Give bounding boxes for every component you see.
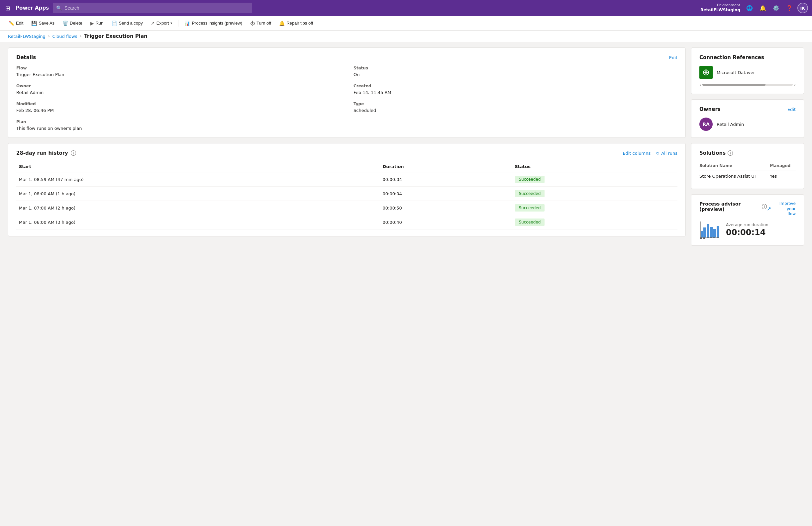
- scroll-right-arrow[interactable]: ›: [794, 82, 796, 87]
- solution-managed: Yes: [770, 170, 796, 182]
- export-icon: ↗: [151, 20, 155, 26]
- send-copy-icon: 📄: [112, 20, 117, 26]
- waffle-icon[interactable]: ⊞: [4, 3, 12, 13]
- owners-card: Owners Edit RA Retail Admin: [691, 99, 804, 138]
- table-row[interactable]: Mar 1, 06:00 AM (3 h ago) 00:00:40 Succe…: [16, 215, 678, 229]
- svg-rect-17: [717, 237, 719, 238]
- send-copy-button[interactable]: 📄 Send a copy: [108, 19, 146, 28]
- history-header: 28-day run history i Edit columns ↻ All …: [16, 150, 678, 156]
- run-duration: 00:00:40: [380, 215, 512, 229]
- search-input[interactable]: [64, 5, 249, 11]
- plan-label: Plan: [16, 120, 340, 124]
- owners-edit-link[interactable]: Edit: [787, 107, 796, 112]
- list-item: Store Operations Assist UI Yes: [699, 170, 796, 182]
- improve-flow-link[interactable]: ↗ Improve your flow: [767, 201, 796, 217]
- solutions-col-managed: Managed: [770, 161, 796, 170]
- details-card-header: Details Edit: [16, 55, 678, 60]
- avg-duration-section: Average run duration 00:00:14: [726, 223, 768, 237]
- detail-type: Type Scheduled: [353, 102, 678, 113]
- process-advisor-title: Process advisor (preview): [699, 201, 760, 212]
- type-label: Type: [353, 102, 678, 106]
- export-chevron-icon: ▾: [171, 21, 172, 25]
- process-advisor-info-icon[interactable]: i: [762, 204, 767, 209]
- history-info-icon[interactable]: i: [71, 150, 76, 156]
- run-duration: 00:00:04: [380, 172, 512, 186]
- breadcrumb-sep-1: ›: [48, 34, 50, 39]
- plan-value: This flow runs on owner's plan: [16, 126, 82, 131]
- edit-button[interactable]: ✏️ Edit: [5, 19, 27, 28]
- detail-modified: Modified Feb 28, 06:46 PM: [16, 102, 340, 113]
- status-badge: Succeeded: [515, 204, 545, 212]
- process-body: Average run duration 00:00:14: [699, 221, 796, 239]
- help-icon-btn[interactable]: ❓: [784, 3, 795, 13]
- repair-tips-button[interactable]: 🔔 Repair tips off: [276, 19, 316, 28]
- svg-rect-13: [704, 238, 705, 239]
- improve-icon: ↗: [767, 206, 771, 212]
- search-bar[interactable]: 🔍: [53, 3, 252, 13]
- table-row[interactable]: Mar 1, 08:59 AM (47 min ago) 00:00:04 Su…: [16, 172, 678, 186]
- details-edit-link[interactable]: Edit: [669, 55, 678, 60]
- toolbar: ✏️ Edit 💾 Save As 🗑️ Delete ▶ Run 📄 Send…: [0, 16, 812, 31]
- all-runs-link[interactable]: ↻ All runs: [656, 151, 678, 156]
- flow-label: Flow: [16, 66, 340, 71]
- owner-avatar: RA: [699, 118, 713, 131]
- run-status: Succeeded: [512, 186, 678, 201]
- right-column: Connection References Microsoft Dataver …: [691, 47, 804, 519]
- svg-rect-11: [700, 238, 702, 239]
- scroll-left-arrow[interactable]: ‹: [699, 82, 701, 87]
- solutions-info-icon[interactable]: i: [728, 150, 733, 156]
- run-table: Start Duration Status Mar 1, 08:59 AM (4…: [16, 161, 678, 229]
- detail-owner: Owner Retail Admin: [16, 84, 340, 95]
- breadcrumb-cloud-flows-link[interactable]: Cloud flows: [53, 34, 77, 39]
- connection-refs-header: Connection References: [699, 55, 796, 60]
- notification-icon-btn[interactable]: 🔔: [757, 3, 768, 13]
- edit-icon: ✏️: [9, 20, 14, 26]
- export-button[interactable]: ↗ Export ▾: [147, 19, 176, 28]
- svg-rect-3: [704, 227, 706, 237]
- process-insights-button[interactable]: 📊 Process insights (preview): [181, 19, 246, 28]
- table-row[interactable]: Mar 1, 07:00 AM (2 h ago) 00:00:50 Succe…: [16, 201, 678, 215]
- avg-duration-value: 00:00:14: [726, 228, 768, 237]
- solutions-title: Solutions: [699, 150, 726, 156]
- run-button[interactable]: ▶ Run: [87, 19, 107, 28]
- process-advisor-header: Process advisor (preview) i ↗ Improve yo…: [699, 201, 796, 217]
- svg-rect-8: [700, 237, 719, 238]
- nav-icons: 🌐 🔔 ⚙️ ❓ IK: [744, 3, 808, 13]
- svg-rect-16: [713, 237, 715, 238]
- settings-icon-btn[interactable]: ⚙️: [771, 3, 781, 13]
- col-status: Status: [512, 161, 678, 172]
- scroll-thumb: [702, 84, 766, 86]
- env-name: RetailFLWStaging: [700, 7, 740, 13]
- delete-button[interactable]: 🗑️ Delete: [59, 19, 86, 28]
- save-as-button[interactable]: 💾 Save As: [28, 19, 58, 28]
- solutions-card: Solutions i Solution Name Managed Store …: [691, 143, 804, 189]
- history-title-group: 28-day run history i: [16, 150, 76, 156]
- breadcrumb-env-link[interactable]: RetailFLWStaging: [8, 34, 45, 39]
- turn-off-button[interactable]: ⏻ Turn off: [247, 19, 274, 28]
- details-grid: Flow Trigger Execution Plan Status On Ow…: [16, 66, 678, 131]
- edit-columns-link[interactable]: Edit columns: [623, 151, 651, 156]
- details-card: Details Edit Flow Trigger Execution Plan…: [8, 47, 686, 138]
- solutions-col-name: Solution Name: [699, 161, 770, 170]
- status-badge: Succeeded: [515, 176, 545, 183]
- svg-rect-10: [700, 237, 702, 238]
- history-card: 28-day run history i Edit columns ↻ All …: [8, 143, 686, 237]
- col-duration: Duration: [380, 161, 512, 172]
- environment-info: Environment RetailFLWStaging: [700, 3, 740, 13]
- owners-title: Owners: [699, 106, 721, 112]
- run-start: Mar 1, 08:59 AM (47 min ago): [16, 172, 380, 186]
- search-icon: 🔍: [56, 5, 62, 11]
- main-content: Details Edit Flow Trigger Execution Plan…: [0, 42, 812, 524]
- status-badge: Succeeded: [515, 219, 545, 226]
- owner-value: Retail Admin: [16, 90, 44, 95]
- avatar[interactable]: IK: [797, 3, 808, 13]
- table-row[interactable]: Mar 1, 08:00 AM (1 h ago) 00:00:04 Succe…: [16, 186, 678, 201]
- created-value: Feb 14, 11:45 AM: [353, 90, 391, 95]
- svg-rect-9: [700, 222, 701, 237]
- status-badge: Succeeded: [515, 190, 545, 197]
- environment-icon-btn[interactable]: 🌐: [744, 3, 755, 13]
- save-as-icon: 💾: [31, 20, 37, 26]
- owners-card-header: Owners Edit: [699, 106, 796, 112]
- breadcrumb: RetailFLWStaging › Cloud flows › Trigger…: [0, 31, 812, 42]
- svg-rect-5: [710, 227, 713, 237]
